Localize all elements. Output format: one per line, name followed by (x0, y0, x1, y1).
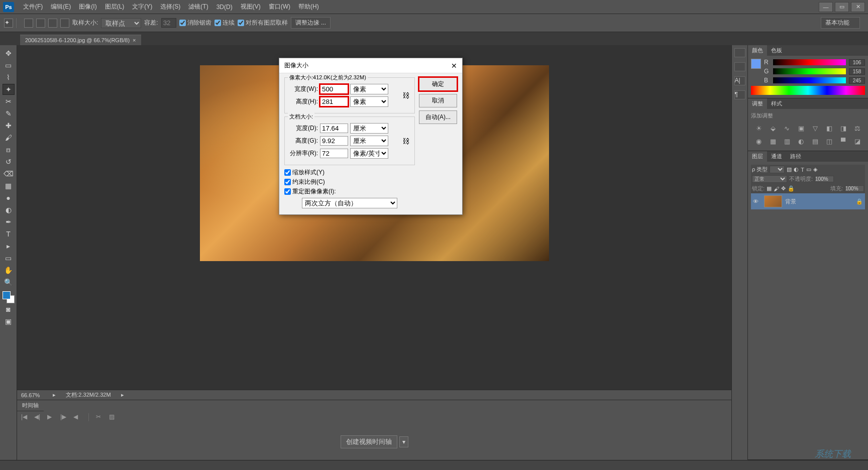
doc-width-unit-select[interactable]: 厘米 (350, 123, 388, 134)
prev-frame-icon[interactable]: ◀| (34, 413, 42, 421)
minimize-button[interactable]: — (819, 2, 833, 12)
balance-icon[interactable]: ⚖ (852, 124, 862, 133)
pen-tool[interactable]: ✒ (3, 216, 15, 227)
color-swatch[interactable] (3, 291, 15, 303)
menu-select[interactable]: 选择(S) (156, 3, 184, 11)
marquee-tool[interactable]: ▭ (3, 60, 15, 71)
stamp-tool[interactable]: ⧈ (3, 144, 15, 155)
layer-row-background[interactable]: 👁 背景 🔒 (751, 193, 865, 209)
menu-text[interactable]: 文字(Y) (128, 3, 156, 11)
bw-icon[interactable]: ◨ (838, 124, 848, 133)
brush-tool[interactable]: 🖌 (3, 132, 15, 143)
tab-color[interactable]: 颜色 (748, 45, 767, 56)
menu-layer[interactable]: 图层(L) (101, 3, 129, 11)
filter-text-icon[interactable]: T (801, 167, 804, 173)
menu-3d[interactable]: 3D(D) (212, 4, 237, 11)
menu-image[interactable]: 图像(I) (75, 3, 100, 11)
foreground-swatch[interactable] (751, 59, 761, 69)
r-value[interactable] (849, 59, 865, 66)
document-tab-close[interactable]: × (133, 37, 136, 43)
menu-edit[interactable]: 编辑(E) (47, 3, 75, 11)
color-spectrum[interactable] (751, 86, 865, 95)
doc-width-input[interactable] (320, 124, 348, 133)
lookup-icon[interactable]: ▥ (782, 137, 792, 146)
menu-filter[interactable]: 滤镜(T) (184, 3, 212, 11)
constrain-link-icon[interactable]: ⛓ (401, 91, 410, 99)
posterize-icon[interactable]: ▤ (810, 137, 820, 146)
tab-paths[interactable]: 路径 (786, 151, 805, 162)
doc-height-unit-select[interactable]: 厘米 (350, 136, 388, 146)
layer-visibility-icon[interactable]: 👁 (753, 198, 761, 204)
threshold-icon[interactable]: ◫ (824, 137, 834, 146)
timeline-dropdown-icon[interactable]: ▾ (399, 436, 408, 447)
next-frame-icon[interactable]: |▶ (60, 413, 68, 421)
filter-smart-icon[interactable]: ◈ (813, 166, 817, 173)
brightness-icon[interactable]: ☀ (754, 124, 764, 133)
text-tool[interactable]: T (3, 228, 15, 240)
lock-paint-icon[interactable]: 🖌 (774, 186, 779, 192)
contiguous-checkbox[interactable]: 连续 (214, 19, 235, 27)
resample-checkbox[interactable]: 重定图像像素(I): (284, 187, 415, 196)
eyedropper-tool[interactable]: ✎ (3, 108, 15, 119)
fill-input[interactable] (845, 185, 864, 192)
hand-tool[interactable]: ✋ (3, 265, 15, 276)
paragraph-panel-icon[interactable]: ¶ (734, 90, 745, 99)
history-brush-tool[interactable]: ↺ (3, 156, 15, 167)
cancel-button[interactable]: 取消 (419, 94, 457, 107)
b-slider[interactable] (773, 77, 846, 83)
menu-window[interactable]: 窗口(W) (265, 3, 294, 11)
vibrance-icon[interactable]: ▽ (810, 124, 820, 133)
properties-panel-icon[interactable] (734, 62, 745, 71)
lasso-tool[interactable]: ⌇ (3, 72, 15, 83)
screen-mode-icon[interactable]: ▣ (3, 316, 15, 327)
intersect-selection-icon[interactable] (60, 19, 69, 28)
g-value[interactable] (849, 68, 865, 75)
b-value[interactable] (849, 77, 865, 84)
go-end-icon[interactable]: ◀ (73, 413, 81, 421)
add-selection-icon[interactable] (36, 19, 45, 28)
close-button[interactable]: ✕ (851, 2, 865, 12)
gradient-tool[interactable]: ▦ (3, 180, 15, 191)
resample-method-select[interactable]: 两次立方（自动） (302, 198, 397, 208)
g-slider[interactable] (773, 68, 846, 74)
shape-tool[interactable]: ▭ (3, 253, 15, 264)
magic-wand-tool[interactable]: ✦ (3, 84, 15, 95)
gradient-map-icon[interactable]: ▀ (838, 137, 848, 146)
height-input[interactable] (320, 97, 348, 106)
eraser-tool[interactable]: ⌫ (3, 168, 15, 179)
menu-view[interactable]: 视图(V) (237, 3, 265, 11)
doc-height-input[interactable] (320, 136, 348, 146)
resolution-unit-select[interactable]: 像素/英寸 (350, 148, 388, 159)
levels-icon[interactable]: ⬙ (768, 124, 778, 133)
new-selection-icon[interactable] (24, 19, 33, 28)
timeline-tab[interactable]: 时间轴 (17, 400, 44, 411)
mixer-icon[interactable]: ▦ (768, 137, 778, 146)
move-tool[interactable]: ✥ (3, 48, 15, 59)
maximize-button[interactable]: ▭ (835, 2, 849, 12)
quick-mask-icon[interactable]: ◙ (3, 304, 15, 315)
transition-icon[interactable]: ▨ (109, 413, 117, 421)
blur-tool[interactable]: ● (3, 192, 15, 203)
tab-layers[interactable]: 图层 (748, 151, 767, 162)
selective-color-icon[interactable]: ◪ (852, 137, 862, 146)
photo-filter-icon[interactable]: ◉ (754, 137, 764, 146)
height-unit-select[interactable]: 像素 (350, 96, 388, 107)
history-panel-icon[interactable] (734, 48, 745, 57)
crop-tool[interactable]: ✂ (3, 96, 15, 107)
scale-styles-checkbox[interactable]: 缩放样式(Y) (284, 168, 415, 177)
r-slider[interactable] (773, 59, 846, 65)
curves-icon[interactable]: ∿ (782, 124, 792, 133)
resolution-input[interactable] (320, 149, 348, 158)
go-start-icon[interactable]: |◀ (21, 413, 29, 421)
workspace-dropdown[interactable]: 基本功能 (821, 17, 860, 29)
filter-adjust-icon[interactable]: ◐ (794, 166, 799, 173)
refine-edge-button[interactable]: 调整边缘 ... (291, 17, 331, 29)
filter-shape-icon[interactable]: ▭ (806, 166, 811, 173)
lock-all-icon[interactable]: 🔒 (788, 185, 795, 192)
dodge-tool[interactable]: ◐ (3, 204, 15, 215)
width-input[interactable] (320, 84, 348, 94)
ok-button[interactable]: 确定 (419, 77, 457, 91)
tab-adjustments[interactable]: 调整 (748, 98, 767, 109)
dialog-close-icon[interactable]: ✕ (451, 62, 457, 70)
filter-type-select[interactable] (770, 166, 785, 173)
